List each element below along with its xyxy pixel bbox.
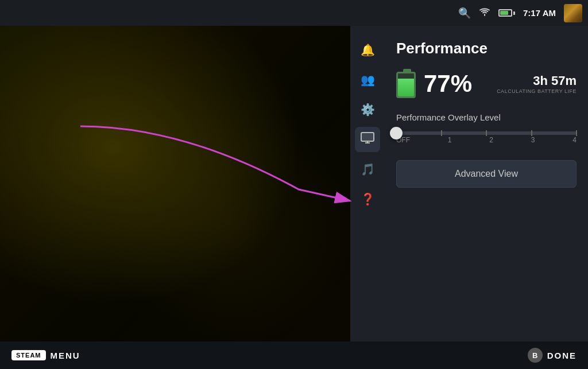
battery-large-icon [396, 69, 418, 99]
monitor-icon [361, 132, 374, 147]
battery-section: 77% 3h 57m CALCULATING BATTERY LIFE [396, 69, 577, 99]
slider-thumb[interactable] [390, 127, 403, 139]
sidebar-item-performance[interactable] [355, 127, 380, 152]
battery-time: 3h 57m [497, 73, 577, 88]
game-overlay [0, 0, 379, 369]
sidebar: 🔔 👥 ⚙️ 🎵 ❓ [350, 26, 385, 369]
battery-time-section: 3h 57m CALCULATING BATTERY LIFE [497, 73, 577, 94]
bottom-right: B DONE [528, 348, 577, 363]
slider-label-1: 1 [448, 136, 452, 144]
overlay-level-label: Performance Overlay Level [396, 112, 577, 122]
b-label: B [532, 351, 537, 360]
status-time: 7:17 AM [523, 8, 556, 18]
done-label: DONE [547, 351, 577, 360]
search-icon[interactable]: 🔍 [458, 7, 471, 20]
slider-labels: OFF 1 2 3 4 [396, 136, 577, 144]
battery-status-icon [498, 9, 515, 17]
slider-track[interactable] [396, 131, 577, 135]
sidebar-item-help[interactable]: ❓ [355, 187, 380, 212]
svg-rect-1 [361, 133, 374, 141]
music-icon: 🎵 [361, 162, 375, 176]
slider-label-3: 3 [531, 136, 535, 144]
gear-icon: ⚙️ [361, 103, 375, 116]
menu-label: MENU [51, 351, 80, 360]
sidebar-item-friends[interactable]: 👥 [355, 67, 380, 92]
advanced-view-button[interactable]: Advanced View [396, 160, 577, 188]
slider-label-2: 2 [489, 136, 493, 144]
people-icon: 👥 [361, 73, 375, 87]
battery-percentage: 77% [424, 72, 472, 96]
battery-display: 77% [396, 69, 472, 99]
sidebar-item-settings[interactable]: ⚙️ [355, 97, 380, 122]
steam-badge: STEAM [11, 350, 46, 360]
sidebar-item-notifications[interactable]: 🔔 [355, 37, 380, 63]
status-bar: 🔍 7:17 AM [0, 0, 588, 26]
bottom-left: STEAM MENU [11, 350, 80, 360]
avatar[interactable] [564, 4, 582, 22]
performance-panel: Performance 77% 3h 57m CALCULATING BATTE… [385, 26, 588, 369]
panel-title: Performance [396, 40, 577, 57]
question-icon: ❓ [361, 192, 375, 206]
bottom-bar: STEAM MENU B DONE [0, 341, 588, 369]
slider-label-4: 4 [572, 136, 577, 144]
sidebar-item-music[interactable]: 🎵 [355, 157, 380, 182]
b-button-badge[interactable]: B [528, 348, 543, 363]
wifi-icon [479, 7, 490, 19]
bell-icon: 🔔 [361, 43, 375, 57]
overlay-slider-container: OFF 1 2 3 4 [396, 131, 577, 144]
battery-calculating-label: CALCULATING BATTERY LIFE [497, 88, 577, 94]
